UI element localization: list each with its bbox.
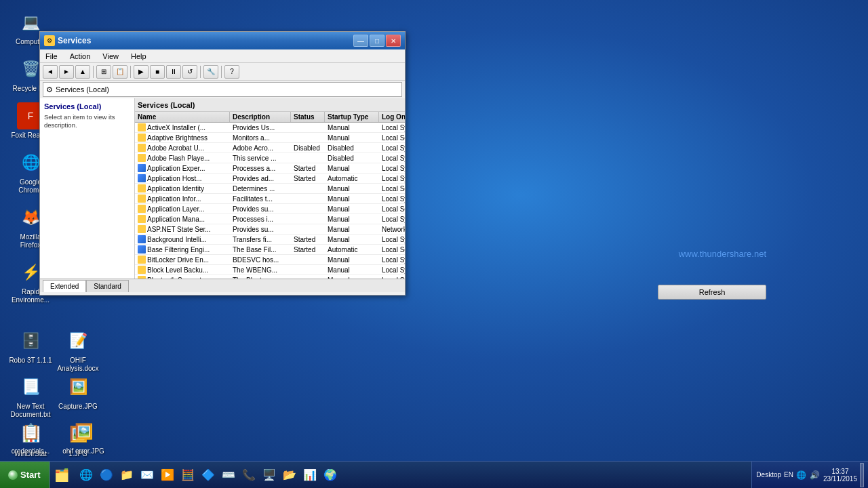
service-name: ASP.NET State Ser... [147, 226, 211, 233]
col-status[interactable]: Status [291, 112, 325, 122]
service-name: Application Exper... [147, 165, 205, 172]
table-row[interactable]: ASP.NET State Ser... Provides su... Manu… [135, 224, 405, 235]
service-logon: Local Syste... [379, 214, 405, 224]
breadcrumb-text: Services (Local) [56, 85, 109, 94]
toolbar-back[interactable]: ◄ [43, 65, 58, 79]
service-name: Adobe Flash Playe... [147, 155, 210, 162]
service-name: Application Identity [147, 185, 204, 192]
service-logon: Local Syste... [379, 235, 405, 244]
desktop-icon-capture[interactable]: 🖼️ Capture.JPG [54, 371, 102, 413]
menu-view[interactable]: View [100, 51, 121, 62]
tab-standard[interactable]: Standard [86, 280, 129, 292]
toolbar-properties[interactable]: 🔧 [203, 65, 218, 79]
service-desc: Provides su... [230, 204, 291, 214]
table-row[interactable]: Application Layer... Provides su... Manu… [135, 204, 405, 214]
toolbar-export[interactable]: 📋 [113, 65, 127, 79]
menu-file[interactable]: File [43, 51, 60, 62]
service-startup: Manual [325, 235, 379, 244]
start-button[interactable]: Start [0, 462, 50, 489]
table-row[interactable]: Base Filtering Engi... The Base Fil... S… [135, 245, 405, 255]
service-logon: Local Syste... [379, 174, 405, 183]
service-name: BitLocker Drive En... [147, 256, 209, 264]
table-row[interactable]: Bluetooth Support... The Bluetoo... Manu… [135, 275, 405, 279]
col-startup[interactable]: Startup Type [325, 112, 379, 122]
service-status [291, 123, 325, 132]
table-row[interactable]: Background Intelli... Transfers fi... St… [135, 235, 405, 245]
desktop-icon-credentials[interactable]: 📋 credentials... [7, 416, 54, 458]
network-tray-icon[interactable]: 🌐 [796, 470, 807, 481]
table-row[interactable]: Application Identity Determines ... Manu… [135, 184, 405, 194]
toolbar-show-hide[interactable]: ⊞ [96, 65, 111, 79]
minimize-button[interactable]: — [353, 35, 368, 47]
taskbar-dev-icon[interactable]: ⌨️ [219, 466, 238, 485]
col-logon[interactable]: Log On As [379, 112, 405, 122]
taskbar-ie-icon[interactable]: 🌐 [77, 466, 96, 485]
toolbar-restart[interactable]: ↺ [182, 65, 197, 79]
close-button[interactable]: ✕ [386, 35, 401, 47]
show-desktop-icon[interactable] [860, 463, 864, 487]
taskbar-vs-icon[interactable]: 🔷 [199, 466, 218, 485]
desktop-icon-robo[interactable]: 🗄️ Robo 3T 1.1.1 [7, 325, 54, 367]
service-status [291, 224, 325, 234]
service-logon: Local Service [379, 133, 405, 142]
quick-launch: 🗂️ [50, 466, 74, 485]
col-desc[interactable]: Description [230, 112, 291, 122]
taskbar-chrome-icon[interactable]: 🔵 [97, 466, 116, 485]
taskbar-explorer-icon[interactable]: 🗂️ [52, 466, 71, 485]
service-startup: Manual [325, 204, 379, 214]
language-text: EN [784, 471, 793, 479]
taskbar-skype-icon[interactable]: 📞 [239, 466, 258, 485]
service-startup: Disabled [325, 153, 379, 163]
desktop-icon-newtext[interactable]: 📃 New TextDocument.txt [7, 371, 54, 421]
services-table[interactable]: Name Description Status Startup Type Log… [135, 112, 405, 279]
toolbar-help[interactable]: ? [224, 65, 239, 79]
toolbar-start[interactable]: ▶ [134, 65, 149, 79]
services-window-icon: ⚙ [44, 35, 55, 46]
service-desc: The Base Fil... [230, 245, 291, 254]
taskbar-explorer2-icon[interactable]: 📂 [280, 466, 299, 485]
table-row[interactable]: ActiveX Installer (... Provides Us... Ma… [135, 123, 405, 133]
service-icon [138, 215, 146, 223]
taskbar-calc-icon[interactable]: 🧮 [178, 466, 197, 485]
service-desc: Processes i... [230, 214, 291, 224]
taskbar-mail-icon[interactable]: ✉️ [138, 466, 157, 485]
taskbar-net-icon[interactable]: 🌍 [321, 466, 340, 485]
menu-action[interactable]: Action [67, 51, 94, 62]
maximize-button[interactable]: □ [370, 35, 384, 47]
service-status [291, 214, 325, 224]
taskbar-folder-icon[interactable]: 📁 [117, 466, 136, 485]
table-row[interactable]: Adobe Acrobat U... Adobe Acro... Disable… [135, 143, 405, 153]
taskbar-media-icon[interactable]: ▶️ [158, 466, 177, 485]
toolbar-forward[interactable]: ► [59, 65, 74, 79]
volume-tray-icon[interactable]: 🔊 [810, 470, 821, 481]
toolbar-up[interactable]: ▲ [75, 65, 90, 79]
service-desc: This service ... [230, 153, 291, 163]
table-row[interactable]: Adaptive Brightness Monitors a... Manual… [135, 133, 405, 143]
table-row[interactable]: Application Exper... Processes a... Star… [135, 163, 405, 174]
toolbar-pause[interactable]: ⏸ [166, 65, 181, 79]
desktop-icon-ohif[interactable]: 📝 OHIFAnalysis.docx [54, 325, 102, 375]
system-clock[interactable]: 13:37 23/11/2015 [823, 468, 857, 483]
service-logon: Local Service [379, 245, 405, 254]
left-panel-title[interactable]: Services (Local) [44, 102, 130, 110]
table-row[interactable]: BitLocker Drive En... BDESVC hos... Manu… [135, 255, 405, 265]
taskbar-cmd-icon[interactable]: 🖥️ [260, 466, 279, 485]
service-icon [138, 174, 146, 182]
window-toolbar: ◄ ► ▲ ⊞ 📋 ▶ ■ ⏸ ↺ 🔧 ? [40, 63, 405, 81]
service-icon [138, 134, 146, 142]
toolbar-stop[interactable]: ■ [150, 65, 165, 79]
service-logon: Local Syste... [379, 163, 405, 173]
menu-help[interactable]: Help [128, 51, 149, 62]
desktop-icon-ohiferror[interactable]: 🖼️ ohif error.JPG [60, 416, 107, 458]
col-name[interactable]: Name [135, 112, 230, 122]
tab-extended[interactable]: Extended [43, 280, 86, 292]
taskbar-app-icon[interactable]: 📊 [300, 466, 319, 485]
table-row[interactable]: Application Infor... Facilitates t... Ma… [135, 194, 405, 204]
service-status [291, 133, 325, 142]
table-row[interactable]: Adobe Flash Playe... This service ... Di… [135, 153, 405, 163]
capture-label: Capture.JPG [58, 403, 98, 411]
refresh-button[interactable]: Refresh [658, 285, 766, 300]
table-row[interactable]: Application Mana... Processes i... Manua… [135, 214, 405, 224]
table-row[interactable]: Application Host... Provides ad... Start… [135, 174, 405, 184]
table-row[interactable]: Block Level Backu... The WBENG... Manual… [135, 265, 405, 275]
